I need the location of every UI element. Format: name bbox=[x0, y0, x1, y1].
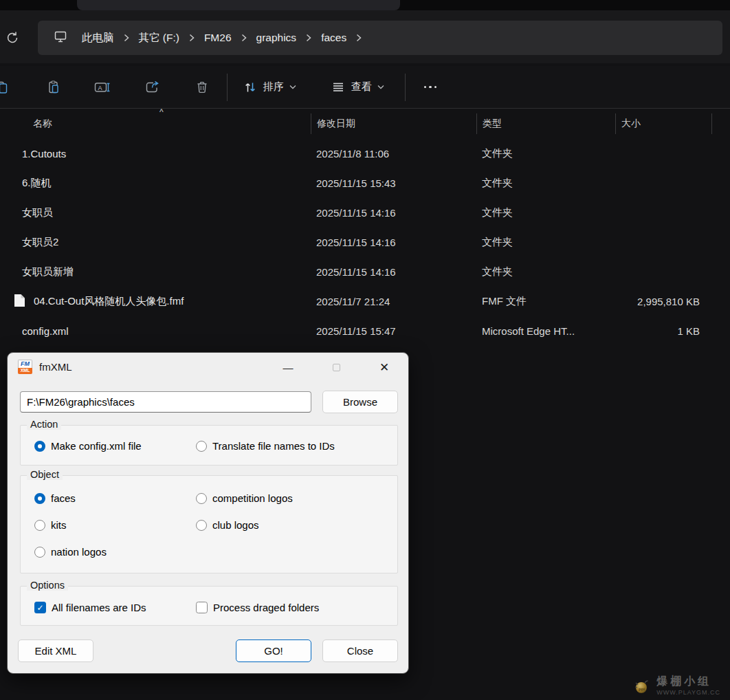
radio-option[interactable]: Make config.xml file bbox=[34, 440, 142, 452]
edit-xml-button[interactable]: Edit XML bbox=[18, 639, 93, 662]
document-icon bbox=[14, 298, 25, 309]
path-input[interactable] bbox=[20, 391, 311, 413]
svg-text:A: A bbox=[98, 84, 102, 91]
checkbox-icon bbox=[196, 602, 208, 613]
copy-button[interactable] bbox=[0, 74, 15, 101]
file-date: 2025/11/15 14:16 bbox=[311, 237, 476, 248]
file-type: Microsoft Edge HT... bbox=[476, 325, 615, 337]
watermark-name: 爆棚小组 bbox=[656, 675, 711, 689]
file-row[interactable]: 女职员 2025/11/15 14:16 文件夹 bbox=[0, 198, 730, 228]
file-row[interactable]: 1.Cutouts 2025/11/8 11:06 文件夹 bbox=[0, 139, 730, 168]
column-header-type[interactable]: 类型 bbox=[476, 113, 615, 134]
browse-button[interactable]: Browse bbox=[322, 391, 398, 413]
maximize-button[interactable] bbox=[325, 358, 347, 376]
radio-label: club logos bbox=[212, 519, 259, 531]
file-type: FMF 文件 bbox=[476, 295, 615, 308]
checkbox-label: Process draged folders bbox=[213, 602, 319, 613]
file-name: 04.Cut-Out风格随机人头像包.fmf bbox=[34, 295, 184, 308]
fmxml-dialog: FM XML fmXML — ✕ Browse Action Make conf… bbox=[7, 352, 409, 674]
breadcrumb-chevron-icon bbox=[118, 34, 135, 42]
checkbox-option[interactable]: ✓ All filenames are IDs bbox=[34, 602, 146, 613]
minimize-button[interactable]: — bbox=[277, 358, 299, 376]
sort-arrows-icon bbox=[243, 80, 258, 95]
file-row[interactable]: 6.随机 2025/11/15 15:43 文件夹 bbox=[0, 168, 730, 198]
bomb-logo-icon: ppi bbox=[633, 676, 651, 695]
file-rows: 1.Cutouts 2025/11/8 11:06 文件夹 6.随机 2025/… bbox=[0, 139, 730, 346]
column-header-size[interactable]: 大小 bbox=[615, 113, 730, 134]
radio-label: Translate file names to IDs bbox=[212, 440, 335, 452]
rename-icon: A bbox=[94, 80, 112, 95]
more-options-button[interactable] bbox=[415, 74, 445, 101]
column-headers: ^ 名称 修改日期 类型 大小 bbox=[0, 109, 730, 139]
radio-icon bbox=[196, 493, 207, 504]
file-type: 文件夹 bbox=[476, 206, 615, 219]
sort-ascending-indicator: ^ bbox=[159, 107, 164, 117]
file-name: 女职员 bbox=[22, 206, 53, 219]
radio-option[interactable]: kits bbox=[34, 519, 67, 531]
address-bar[interactable]: 此电脑 其它 (F:) FM26 graphics faces bbox=[38, 21, 722, 55]
breadcrumb-chevron-icon bbox=[351, 34, 367, 42]
radio-option[interactable]: Translate file names to IDs bbox=[196, 440, 335, 452]
radio-option[interactable]: club logos bbox=[196, 519, 259, 531]
breadcrumb-chevron-icon bbox=[300, 34, 317, 42]
object-group: Object faces kits nation logos competiti… bbox=[20, 475, 398, 573]
breadcrumb: 此电脑 其它 (F:) FM26 graphics faces bbox=[78, 28, 367, 48]
radio-label: Make config.xml file bbox=[51, 440, 142, 452]
file-row[interactable]: config.xml 2025/11/15 15:47 Microsoft Ed… bbox=[0, 316, 730, 346]
paste-button[interactable] bbox=[38, 74, 69, 101]
rename-button[interactable]: A bbox=[88, 74, 118, 101]
file-name: config.xml bbox=[22, 325, 69, 337]
action-group-label: Action bbox=[27, 419, 61, 430]
radio-label: faces bbox=[51, 492, 76, 504]
go-button[interactable]: GO! bbox=[236, 639, 311, 662]
view-label: 查看 bbox=[351, 80, 372, 94]
toolbar-divider bbox=[227, 74, 228, 101]
file-type: 文件夹 bbox=[476, 236, 615, 249]
file-date: 2025/11/15 14:16 bbox=[311, 266, 476, 278]
toolbar-divider bbox=[405, 74, 406, 101]
copy-icon bbox=[0, 80, 14, 95]
radio-option[interactable]: nation logos bbox=[34, 546, 107, 558]
sort-dropdown[interactable]: 排序 bbox=[234, 74, 305, 101]
breadcrumb-item[interactable]: graphics bbox=[252, 29, 301, 47]
delete-button[interactable] bbox=[187, 74, 217, 101]
options-group-label: Options bbox=[27, 580, 68, 591]
dialog-title-bar[interactable]: FM XML fmXML bbox=[8, 353, 408, 380]
refresh-button[interactable] bbox=[3, 28, 22, 47]
explorer-window: 此电脑 其它 (F:) FM26 graphics faces bbox=[0, 0, 730, 700]
file-row[interactable]: 女职员新增 2025/11/15 14:16 文件夹 bbox=[0, 257, 730, 287]
file-row[interactable]: 04.Cut-Out风格随机人头像包.fmf 2025/11/7 21:24 F… bbox=[0, 287, 730, 316]
dialog-title: fmXML bbox=[39, 361, 72, 373]
refresh-icon bbox=[4, 30, 21, 46]
this-pc-icon[interactable] bbox=[53, 29, 68, 47]
breadcrumb-item[interactable]: 此电脑 bbox=[78, 28, 118, 48]
column-header-date[interactable]: 修改日期 bbox=[311, 113, 476, 134]
checkbox-option[interactable]: Process draged folders bbox=[196, 602, 319, 613]
dialog-close-button[interactable]: Close bbox=[322, 639, 398, 662]
radio-option[interactable]: faces bbox=[34, 492, 76, 504]
file-name: 1.Cutouts bbox=[22, 148, 66, 160]
file-date: 2025/11/15 14:16 bbox=[311, 207, 476, 219]
breadcrumb-chevron-icon bbox=[184, 34, 200, 42]
breadcrumb-item[interactable]: FM26 bbox=[200, 29, 236, 47]
file-name: 6.随机 bbox=[22, 177, 52, 190]
command-bar: A bbox=[0, 66, 730, 108]
file-type: 文件夹 bbox=[476, 265, 615, 278]
explorer-tab[interactable] bbox=[77, 0, 400, 10]
radio-label: competition logos bbox=[212, 492, 293, 504]
close-button[interactable]: ✕ bbox=[373, 358, 395, 376]
maximize-icon bbox=[333, 364, 340, 371]
chevron-down-icon bbox=[289, 85, 296, 89]
file-name: 女职员2 bbox=[22, 236, 58, 249]
breadcrumb-item[interactable]: 其它 (F:) bbox=[135, 28, 184, 48]
share-icon bbox=[144, 80, 161, 95]
navigation-bar: 此电脑 其它 (F:) FM26 graphics faces bbox=[0, 10, 730, 63]
view-dropdown[interactable]: 查看 bbox=[322, 74, 392, 101]
options-group: Options ✓ All filenames are IDs Process … bbox=[20, 586, 398, 626]
file-date: 2025/11/8 11:06 bbox=[311, 148, 476, 160]
file-row[interactable]: 女职员2 2025/11/15 14:16 文件夹 bbox=[0, 228, 730, 257]
share-button[interactable] bbox=[137, 74, 168, 101]
column-header-name[interactable]: 名称 bbox=[0, 113, 311, 134]
breadcrumb-item[interactable]: faces bbox=[317, 29, 351, 47]
radio-option[interactable]: competition logos bbox=[196, 492, 293, 504]
